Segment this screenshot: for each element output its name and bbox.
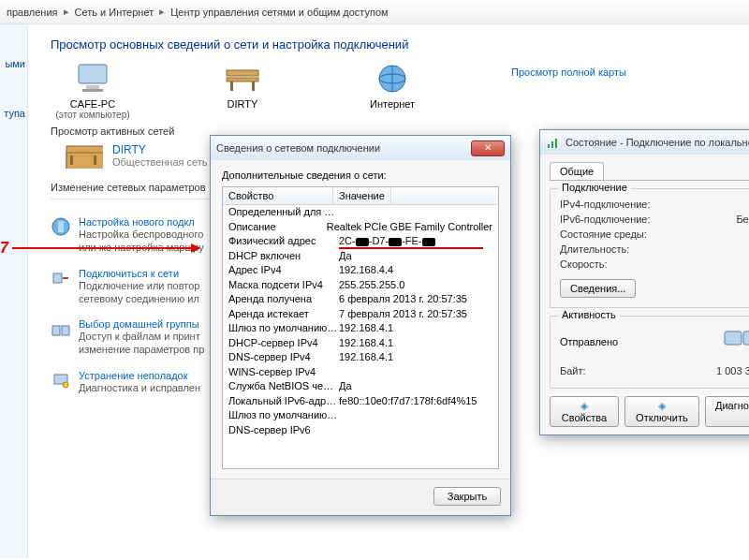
prop-key: Аренда истекает (228, 307, 339, 322)
disable-button[interactable]: ◈ Отключить (624, 396, 699, 427)
svg-rect-6 (252, 81, 255, 91)
prop-key: Локальный IPv6-адрес... (228, 394, 339, 409)
svg-point-20 (63, 382, 68, 388)
tab-general[interactable]: Общие (550, 162, 604, 180)
link-title[interactable]: Подключиться к сети (79, 268, 219, 279)
node-internet[interactable]: Интернет (350, 61, 434, 110)
breadcrumb-sep-icon: ▸ (61, 6, 72, 18)
property-row[interactable]: DHCP включенДа (223, 249, 498, 264)
diagnose-button[interactable]: Диагности (705, 396, 749, 427)
connect-icon (51, 268, 71, 288)
breadcrumb[interactable]: правления ▸ Сеть и Интернет ▸ Центр упра… (0, 0, 749, 24)
computer-icon (73, 61, 112, 96)
annotation-number: 7 (0, 240, 8, 257)
troubleshoot-icon (51, 370, 71, 391)
svg-rect-3 (227, 70, 258, 76)
prop-value: 6 февраля 2013 г. 20:57:35 (339, 292, 492, 307)
property-row[interactable]: DNS-сервер IPv6 (223, 423, 498, 438)
left-pane: ыми тупа (0, 24, 28, 558)
close-button[interactable]: ✕ (471, 140, 505, 156)
prop-key: WINS-сервер IPv4 (228, 365, 339, 380)
bench-icon (64, 142, 103, 169)
bytes-value: 1 003 358 (716, 365, 749, 376)
prop-key: Описание (228, 220, 327, 235)
node-label: Интернет (350, 98, 434, 110)
link-title[interactable]: Настройка нового подкл (79, 216, 219, 228)
breadcrumb-seg[interactable]: Сеть и Интернет (72, 7, 157, 18)
speed-label: Скорость: (560, 258, 608, 270)
breadcrumb-seg[interactable]: правления (4, 7, 61, 18)
property-row[interactable]: Аренда истекает7 февраля 2013 г. 20:57:3… (223, 307, 498, 322)
dialog-subtitle: Дополнительные сведения о сети: (222, 169, 499, 181)
property-row[interactable]: DNS-сервер IPv4192.168.4.1 (223, 350, 498, 365)
property-row[interactable]: Локальный IPv6-адрес...fe80::10e0:f7d7:1… (223, 394, 498, 409)
prop-value: 192.168.4.1 (339, 350, 492, 365)
network-map: CAFE-PC (этот компьютер) DIRTY Интернет … (51, 61, 749, 120)
page-title: Просмотр основных сведений о сети и наст… (51, 37, 749, 52)
bytes-label: Байт: (560, 365, 586, 376)
duration-label: Длительность: (560, 243, 629, 255)
svg-rect-23 (555, 139, 557, 148)
dialog-title: Состояние - Подключение по локальной с (565, 137, 749, 148)
prop-key: Шлюз по умолчанию IP... (228, 408, 339, 423)
svg-rect-17 (52, 326, 60, 335)
details-button[interactable]: Сведения... (560, 279, 636, 298)
prop-key: DNS-сервер IPv4 (228, 350, 339, 365)
property-row[interactable]: Аренда получена6 февраля 2013 г. 20:57:3… (223, 292, 498, 307)
close-dialog-button[interactable]: Закрыть (433, 487, 501, 506)
node-this-pc[interactable]: CAFE-PC (этот компьютер) (51, 61, 135, 120)
prop-key: Шлюз по умолчанию IP... (228, 321, 339, 336)
svg-rect-0 (79, 65, 107, 83)
property-row[interactable]: Шлюз по умолчанию IP... (223, 408, 498, 423)
dialog-title: Сведения о сетевом подключении (216, 142, 380, 154)
property-row[interactable]: Определенный для по... (223, 205, 498, 220)
view-full-map-link[interactable]: Просмотр полной карты (511, 66, 626, 78)
breadcrumb-seg[interactable]: Центр управления сетями и общим доступом (168, 7, 390, 18)
globe-icon (373, 61, 412, 96)
leftpane-item[interactable]: тупа (0, 74, 27, 124)
property-row[interactable]: WINS-сервер IPv4 (223, 365, 498, 380)
property-row[interactable]: DHCP-сервер IPv4192.168.4.1 (223, 336, 498, 351)
shield-icon: ◈ (580, 400, 588, 411)
divider (51, 199, 210, 199)
breadcrumb-sep-icon: ▸ (156, 6, 168, 18)
ipv4-label: IPv4-подключение: (560, 199, 651, 210)
node-sublabel: (этот компьютер) (51, 110, 135, 120)
svg-rect-24 (725, 332, 742, 345)
list-header[interactable]: Свойство Значение (223, 187, 498, 205)
property-row[interactable]: Маска подсети IPv4255.255.255.0 (223, 278, 498, 293)
svg-rect-12 (70, 155, 73, 165)
homegroup-icon (51, 318, 71, 339)
group-connection: Подключение IPv4-подключение: IPv6-подкл… (550, 188, 749, 308)
prop-value (339, 408, 492, 423)
property-row[interactable]: Физический адрес2C--D7--FE- (223, 234, 498, 249)
prop-key: DHCP включен (228, 249, 339, 264)
property-row[interactable]: Служба NetBIOS через...Да (223, 379, 498, 394)
link-title[interactable]: Выбор домашней группы (79, 318, 219, 330)
prop-value: 192.168.4.4 (339, 263, 492, 278)
svg-rect-13 (94, 155, 96, 165)
dialog-titlebar[interactable]: Сведения о сетевом подключении ✕ (211, 136, 510, 160)
property-list[interactable]: Свойство Значение Определенный для по...… (222, 186, 499, 469)
svg-rect-4 (227, 78, 258, 81)
prop-key: Маска подсети IPv4 (228, 278, 339, 293)
link-desc: Подключение или повтор сетевому соединен… (79, 279, 219, 306)
property-row[interactable]: Шлюз по умолчанию IP...192.168.4.1 (223, 321, 498, 336)
prop-key: Служба NetBIOS через... (228, 379, 339, 394)
link-title[interactable]: Устранение неполадок (79, 370, 200, 381)
col-property[interactable]: Свойство (223, 187, 333, 204)
properties-button[interactable]: ◈ Свойства (550, 396, 619, 427)
node-label: DIRTY (200, 98, 285, 110)
group-activity: Активность Отправлено Байт:1 003 358 (550, 316, 749, 389)
media-state-label: Состояние среды: (560, 228, 647, 240)
prop-value: 2C--D7--FE- (339, 234, 492, 249)
node-router[interactable]: DIRTY (200, 61, 285, 110)
network-type-link[interactable]: Общественная сеть (112, 156, 208, 168)
property-row[interactable]: Адрес IPv4192.168.4.4 (223, 263, 498, 278)
leftpane-item[interactable]: ыми (0, 24, 27, 74)
col-value[interactable]: Значение (333, 187, 391, 204)
ipv6-value: Без д (736, 214, 749, 225)
prop-value: 255.255.255.0 (339, 278, 492, 293)
dialog-titlebar[interactable]: Состояние - Подключение по локальной с (540, 130, 749, 155)
property-row[interactable]: ОписаниеRealtek PCIe GBE Family Controll… (223, 220, 498, 235)
